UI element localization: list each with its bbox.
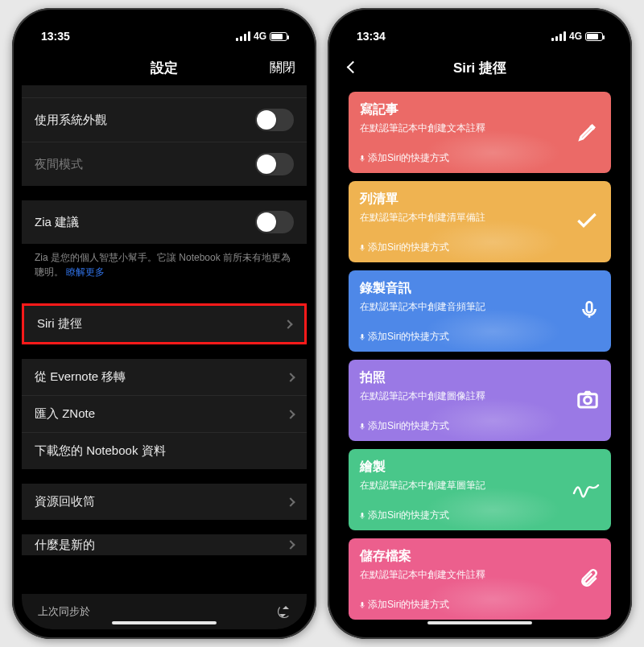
svg-rect-8 bbox=[361, 602, 364, 606]
add-siri-hint[interactable]: 添加Siri的快捷方式 bbox=[360, 598, 600, 612]
row-siri-shortcuts[interactable]: Siri 捷徑 bbox=[24, 306, 304, 342]
chevron-right-icon bbox=[286, 540, 295, 549]
phone-left: 13:35 4G 設定 關閉 同步 使用系統外觀 夜間模式 bbox=[12, 8, 316, 639]
mic-icon bbox=[579, 299, 600, 324]
svg-point-6 bbox=[584, 396, 592, 403]
chevron-left-icon bbox=[347, 61, 360, 74]
row-trash[interactable]: 資源回收筒 bbox=[22, 484, 307, 520]
siri-cards-content: 寫記事在默認筆記本中創建文本註釋添加Siri的快捷方式列清單在默認筆記本中創建清… bbox=[337, 85, 622, 629]
chevron-right-icon bbox=[283, 319, 292, 328]
nav-bar-siri: Siri 捷徑 bbox=[337, 50, 622, 85]
status-time: 13:34 bbox=[357, 30, 386, 43]
status-time: 13:35 bbox=[41, 30, 70, 43]
add-siri-hint[interactable]: 添加Siri的快捷方式 bbox=[360, 330, 600, 344]
notch bbox=[96, 18, 233, 39]
signal-icon bbox=[551, 31, 566, 41]
card-subtitle: 在默認筆記本中創建文本註釋 bbox=[360, 122, 600, 135]
network-label: 4G bbox=[569, 31, 582, 42]
row-whatsnew[interactable]: 什麼是新的 bbox=[22, 534, 307, 555]
siri-title: Siri 捷徑 bbox=[453, 59, 506, 77]
add-siri-hint[interactable]: 添加Siri的快捷方式 bbox=[360, 241, 600, 254]
card-title: 拍照 bbox=[360, 369, 600, 386]
svg-rect-2 bbox=[361, 334, 364, 338]
settings-content: 同步 使用系統外觀 夜間模式 Zia 建議 Zia 是您的個人智慧小幫手。它 bbox=[22, 85, 307, 594]
row-import-znote[interactable]: 匯入 ZNote bbox=[22, 395, 307, 432]
row-sync[interactable]: 同步 bbox=[22, 85, 307, 97]
card-subtitle: 在默認筆記本中創建文件註釋 bbox=[360, 568, 600, 582]
svg-rect-1 bbox=[361, 245, 364, 249]
check-icon bbox=[574, 208, 600, 237]
svg-rect-3 bbox=[587, 302, 592, 312]
back-button[interactable] bbox=[349, 60, 357, 76]
checklist-card[interactable]: 列清單在默認筆記本中創建清單備註添加Siri的快捷方式 bbox=[349, 181, 611, 262]
chevron-right-icon bbox=[286, 410, 295, 418]
add-siri-hint[interactable]: 添加Siri的快捷方式 bbox=[360, 509, 600, 522]
row-migrate-evernote[interactable]: 從 Evernote 移轉 bbox=[22, 359, 307, 395]
row-download-data[interactable]: 下載您的 Notebook 資料 bbox=[22, 432, 307, 469]
nav-bar-settings: 設定 關閉 bbox=[22, 50, 307, 85]
clip-icon bbox=[579, 567, 600, 591]
sketch-card[interactable]: 繪製在默認筆記本中創建草圖筆記添加Siri的快捷方式 bbox=[349, 449, 611, 530]
card-title: 列清單 bbox=[360, 191, 600, 208]
network-label: 4G bbox=[254, 31, 266, 42]
card-subtitle: 在默認筆記本中創建清單備註 bbox=[360, 211, 600, 225]
battery-icon bbox=[585, 32, 603, 41]
battery-icon bbox=[270, 32, 287, 41]
chevron-right-icon bbox=[286, 497, 295, 506]
zia-footer-note: Zia 是您的個人智慧小幫手。它讓 Notebook 前所未有地更為聰明。 瞭解… bbox=[22, 244, 307, 289]
sketch-icon bbox=[572, 479, 600, 501]
camera-icon bbox=[576, 387, 600, 414]
close-button[interactable]: 關閉 bbox=[270, 60, 295, 76]
card-subtitle: 在默認筆記本中創建草圖筆記 bbox=[360, 479, 600, 492]
card-title: 錄製音訊 bbox=[360, 280, 600, 297]
card-title: 繪製 bbox=[360, 459, 600, 476]
home-indicator[interactable] bbox=[427, 621, 532, 624]
toggle-night-mode[interactable] bbox=[255, 153, 294, 175]
card-subtitle: 在默認筆記本中創建圖像註釋 bbox=[360, 389, 600, 403]
row-night-mode[interactable]: 夜間模式 bbox=[22, 142, 307, 186]
chevron-right-icon bbox=[286, 373, 295, 381]
card-title: 寫記事 bbox=[360, 101, 600, 118]
learn-more-link[interactable]: 瞭解更多 bbox=[66, 266, 105, 278]
row-system-appearance[interactable]: 使用系統外觀 bbox=[22, 97, 307, 142]
file-card[interactable]: 儲存檔案在默認筆記本中創建文件註釋添加Siri的快捷方式 bbox=[349, 538, 611, 620]
settings-title: 設定 bbox=[151, 59, 178, 77]
svg-rect-0 bbox=[361, 155, 364, 159]
card-subtitle: 在默認筆記本中創建音頻筆記 bbox=[360, 300, 600, 314]
card-title: 儲存檔案 bbox=[360, 548, 600, 565]
add-siri-hint[interactable]: 添加Siri的快捷方式 bbox=[360, 151, 600, 165]
photo-card[interactable]: 拍照在默認筆記本中創建圖像註釋添加Siri的快捷方式 bbox=[349, 360, 611, 441]
add-siri-hint[interactable]: 添加Siri的快捷方式 bbox=[360, 419, 600, 433]
signal-icon bbox=[236, 31, 250, 41]
phone-right: 13:34 4G Siri 捷徑 寫記事在默認筆記本中創建文本註釋添加Siri的… bbox=[328, 8, 632, 639]
pencil-icon bbox=[577, 120, 600, 146]
toggle-zia[interactable] bbox=[255, 211, 294, 233]
svg-rect-7 bbox=[361, 513, 364, 517]
home-indicator[interactable] bbox=[112, 621, 217, 624]
last-sync-label: 上次同步於 bbox=[38, 604, 90, 619]
notch bbox=[411, 18, 548, 39]
audio-card[interactable]: 錄製音訊在默認筆記本中創建音頻筆記添加Siri的快捷方式 bbox=[349, 270, 611, 352]
toggle-system-appearance[interactable] bbox=[255, 109, 294, 131]
svg-rect-4 bbox=[361, 423, 364, 427]
write-note-card[interactable]: 寫記事在默認筆記本中創建文本註釋添加Siri的快捷方式 bbox=[349, 92, 611, 173]
row-zia[interactable]: Zia 建議 bbox=[22, 200, 307, 244]
sync-icon[interactable] bbox=[278, 605, 291, 618]
